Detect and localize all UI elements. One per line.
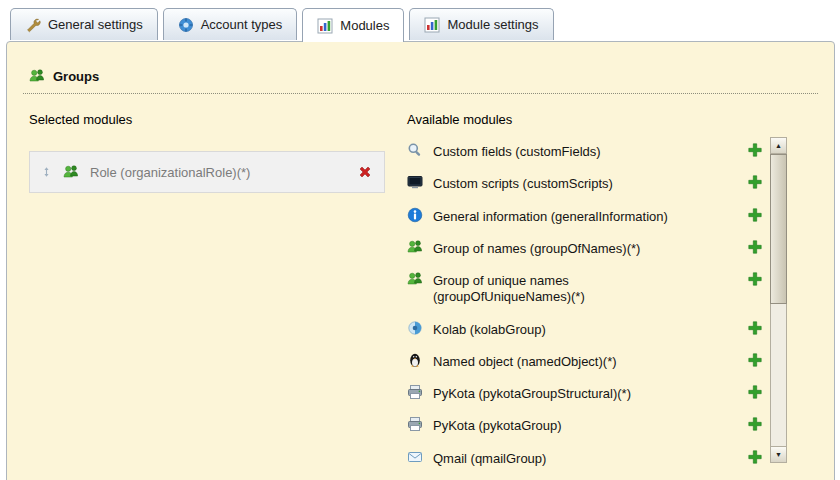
tab-label: General settings [48, 17, 143, 32]
selected-modules-heading: Selected modules [29, 112, 385, 127]
tab-bar: General settings Account types Modules M… [10, 8, 554, 42]
magnifier-icon [407, 142, 423, 158]
tab-label: Module settings [447, 17, 538, 32]
account-types-icon [178, 17, 194, 33]
available-module-label: Group of names (groupOfNames)(*) [433, 239, 697, 257]
selected-module-label: Role (organizationalRole)(*) [90, 165, 250, 180]
modules-panel: Groups Selected modules Role (organizati… [6, 41, 835, 480]
drag-handle-icon[interactable] [41, 164, 52, 180]
module-columns: Selected modules Role (organizationalRol… [29, 112, 818, 474]
add-plus-icon[interactable] [747, 271, 763, 287]
penguin-icon [407, 352, 423, 368]
mail-icon [407, 449, 423, 465]
scroll-down-arrow-icon[interactable]: ▼ [771, 446, 786, 462]
tab-modules[interactable]: Modules [302, 8, 404, 42]
available-modules-column: Available modules Custom fields (customF… [407, 112, 818, 474]
screen-icon [407, 174, 423, 190]
add-plus-icon[interactable] [747, 416, 763, 432]
tab-label: Account types [201, 17, 283, 32]
available-module-label: Qmail (qmailGroup) [433, 449, 697, 467]
add-plus-icon[interactable] [747, 174, 763, 190]
scrollbar[interactable]: ▲ ▼ [770, 137, 787, 463]
groups-icon [29, 68, 45, 84]
available-module-row: Kolab (kolabGroup) [407, 313, 763, 345]
available-module-row: Group of names (groupOfNames)(*) [407, 232, 763, 264]
groups-icon [63, 164, 79, 180]
available-module-row: General information (generalInformation) [407, 200, 763, 232]
available-modules-list: Custom fields (customFields) Custom scri… [407, 135, 763, 474]
bar-chart-icon [424, 17, 440, 33]
available-module-row: PyKota (pykotaGroupStructural)(*) [407, 377, 763, 409]
scroll-up-arrow-icon[interactable]: ▲ [771, 138, 786, 154]
selected-module-row[interactable]: Role (organizationalRole)(*) [29, 151, 385, 193]
available-module-row: Named object (namedObject)(*) [407, 345, 763, 377]
available-module-label: PyKota (pykotaGroupStructural)(*) [433, 384, 697, 402]
available-module-label: Kolab (kolabGroup) [433, 320, 697, 338]
scrollbar-thumb[interactable] [770, 154, 787, 304]
available-module-label: Named object (namedObject)(*) [433, 352, 697, 370]
section-title: Groups [53, 69, 99, 84]
available-module-row: Qmail (qmailGroup) [407, 442, 763, 474]
tab-general-settings[interactable]: General settings [10, 8, 158, 40]
available-module-row: Custom scripts (customScripts) [407, 167, 763, 199]
wrench-icon [25, 17, 41, 33]
add-plus-icon[interactable] [747, 352, 763, 368]
available-module-label: Custom fields (customFields) [433, 142, 697, 160]
available-module-label: Group of unique names (groupOfUniqueName… [433, 271, 697, 306]
selected-modules-column: Selected modules Role (organizationalRol… [29, 112, 385, 474]
selected-modules-list: Role (organizationalRole)(*) [29, 151, 385, 193]
printer-icon [407, 384, 423, 400]
available-module-row: PyKota (pykotaGroup) [407, 409, 763, 441]
add-plus-icon[interactable] [747, 142, 763, 158]
tab-label: Modules [340, 18, 389, 33]
available-module-row: Custom fields (customFields) [407, 135, 763, 167]
available-module-row: Group of unique names (groupOfUniqueName… [407, 264, 763, 313]
groups-icon [407, 271, 423, 287]
available-modules-heading: Available modules [407, 112, 818, 127]
kolab-icon [407, 320, 423, 336]
groups-icon [407, 239, 423, 255]
add-plus-icon[interactable] [747, 207, 763, 223]
tab-module-settings[interactable]: Module settings [409, 8, 553, 40]
add-plus-icon[interactable] [747, 384, 763, 400]
bar-chart-icon [317, 18, 333, 34]
delete-x-icon[interactable] [357, 164, 373, 180]
printer-icon [407, 416, 423, 432]
add-plus-icon[interactable] [747, 320, 763, 336]
add-plus-icon[interactable] [747, 449, 763, 465]
section-header: Groups [23, 68, 818, 94]
available-module-label: Custom scripts (customScripts) [433, 174, 697, 192]
tab-account-types[interactable]: Account types [163, 8, 298, 40]
available-module-label: General information (generalInformation) [433, 207, 697, 225]
add-plus-icon[interactable] [747, 239, 763, 255]
available-module-label: PyKota (pykotaGroup) [433, 416, 697, 434]
info-icon [407, 207, 423, 223]
available-modules-wrap: Custom fields (customFields) Custom scri… [407, 135, 818, 474]
